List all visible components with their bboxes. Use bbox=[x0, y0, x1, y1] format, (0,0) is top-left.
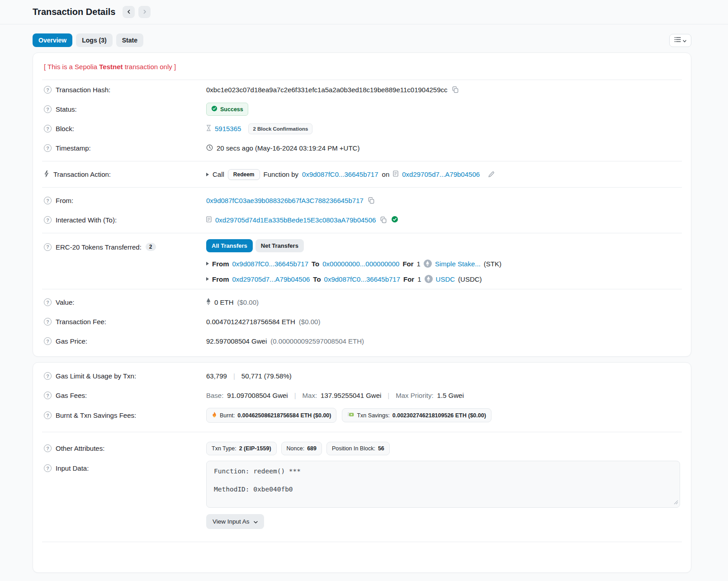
action-from-link[interactable]: 0x9d087fC0...36645b717 bbox=[302, 170, 378, 178]
to-address-link[interactable]: 0xd29705d74d1Ea335bBede15E3c0803aA79b045… bbox=[215, 216, 376, 224]
value-amount: 0 ETH bbox=[214, 298, 234, 306]
question-icon[interactable]: ? bbox=[44, 243, 52, 251]
transfer-for-word: For bbox=[403, 275, 414, 283]
divider bbox=[42, 187, 682, 188]
input-data-label-group: ? Input Data: bbox=[44, 461, 206, 472]
caret-right-icon[interactable] bbox=[206, 262, 209, 265]
row-gas-fees: ? Gas Fees: Base: 91.097008504 Gwei | Ma… bbox=[42, 386, 682, 405]
value-label-group: ? Value: bbox=[44, 298, 206, 306]
caret-right-icon[interactable] bbox=[206, 173, 209, 176]
token-symbol: (USDC) bbox=[458, 275, 482, 283]
details-card: ? Gas Limit & Usage by Txn: 63,799 | 50,… bbox=[33, 362, 691, 573]
burnt-savings-label: Burnt & Txn Savings Fees: bbox=[56, 411, 136, 419]
nav-forward-button[interactable] bbox=[138, 6, 151, 18]
question-icon[interactable]: ? bbox=[44, 125, 52, 132]
input-data-line2: MethodID: 0xbe040fb0 bbox=[214, 486, 672, 493]
clock-icon bbox=[206, 144, 213, 152]
chevron-down-icon bbox=[254, 518, 258, 525]
caret-right-icon[interactable] bbox=[206, 277, 209, 281]
from-address-link[interactable]: 0x9d087fC03ae39b088326b67fA3C788236645b7… bbox=[206, 197, 364, 204]
transfer-to-link[interactable]: 0x00000000...000000000 bbox=[322, 260, 399, 268]
position-label: Position In Block: bbox=[332, 445, 375, 452]
row-erc20-transfers: ? ERC-20 Tokens Transferred: 2 All Trans… bbox=[42, 236, 682, 286]
position-in-block-badge: Position In Block: 56 bbox=[326, 442, 390, 455]
token-link[interactable]: USDC bbox=[436, 275, 455, 283]
block-link[interactable]: 5915365 bbox=[215, 125, 241, 132]
transfer-to-link[interactable]: 0x9d087fC0...36645b717 bbox=[324, 275, 400, 283]
status-label-group: ? Status: bbox=[44, 105, 206, 113]
question-icon[interactable]: ? bbox=[44, 298, 52, 306]
gas-usage-value: 50,771 (79.58%) bbox=[241, 372, 292, 380]
notice-text: [ This is a Sepolia bbox=[44, 63, 99, 71]
question-icon[interactable]: ? bbox=[44, 144, 52, 152]
row-gas-price: ? Gas Price: 92.597008504 Gwei (0.000000… bbox=[42, 331, 682, 351]
burnt-savings-label-group: ? Burnt & Txn Savings Fees: bbox=[44, 411, 206, 419]
status-value: Success bbox=[220, 106, 243, 113]
gas-fees-label-group: ? Gas Fees: bbox=[44, 392, 206, 399]
verified-check-icon bbox=[391, 216, 398, 224]
separator: | bbox=[292, 392, 299, 399]
question-icon[interactable]: ? bbox=[44, 444, 52, 452]
overview-card: [ This is a Sepolia Testnet transaction … bbox=[33, 52, 691, 357]
erc20-label-group: ? ERC-20 Tokens Transferred: 2 bbox=[44, 239, 206, 251]
nonce-label: Nonce: bbox=[287, 445, 305, 452]
row-transaction-action: Transaction Action: Call Redeem Function… bbox=[42, 165, 682, 184]
success-check-icon bbox=[211, 105, 217, 113]
question-icon[interactable]: ? bbox=[44, 318, 52, 326]
question-icon[interactable]: ? bbox=[44, 337, 52, 345]
gas-price-value: 92.597008504 Gwei bbox=[206, 337, 267, 345]
chevron-down-icon bbox=[683, 37, 686, 44]
tabs-row: Overview Logs (3) State bbox=[0, 24, 728, 47]
status-badge: Success bbox=[206, 103, 248, 116]
transaction-action-label: Transaction Action: bbox=[53, 170, 111, 178]
edit-icon[interactable] bbox=[487, 170, 496, 179]
nav-back-button[interactable] bbox=[123, 6, 135, 18]
burnt-label: Burnt: bbox=[220, 412, 235, 419]
question-icon[interactable]: ? bbox=[44, 464, 52, 472]
view-options-button[interactable] bbox=[669, 34, 691, 47]
token-link[interactable]: Simple Stake... bbox=[435, 260, 481, 268]
token-symbol: (STK) bbox=[484, 260, 501, 268]
transaction-hash-label-group: ? Transaction Hash: bbox=[44, 86, 206, 94]
input-data-box[interactable]: Function: redeem() *** MethodID: 0xbe040… bbox=[206, 461, 680, 508]
all-transfers-button[interactable]: All Transfers bbox=[206, 239, 253, 252]
notice-text-2: transaction only ] bbox=[123, 63, 176, 71]
transfer-from-link[interactable]: 0x9d087fC0...36645b717 bbox=[232, 260, 308, 268]
resize-handle-icon[interactable] bbox=[674, 499, 678, 506]
action-contract-link[interactable]: 0xd29705d7...A79b04506 bbox=[402, 170, 480, 178]
question-icon[interactable]: ? bbox=[44, 392, 52, 399]
from-label: From: bbox=[56, 197, 73, 204]
timestamp-value: 20 secs ago (May-16-2024 03:19:24 PM +UT… bbox=[217, 144, 359, 152]
transfer-from-word: From bbox=[212, 275, 229, 283]
tab-logs[interactable]: Logs (3) bbox=[76, 33, 112, 47]
burnt-badge: Burnt: 0.004625086218756584 ETH ($0.00) bbox=[206, 408, 336, 423]
question-icon[interactable]: ? bbox=[44, 197, 52, 204]
row-interacted-with: ? Interacted With (To): 0xd29705d74d1Ea3… bbox=[42, 210, 682, 230]
question-icon[interactable]: ? bbox=[44, 105, 52, 113]
base-fee-value: 91.097008504 Gwei bbox=[227, 392, 288, 399]
copy-icon[interactable] bbox=[367, 196, 375, 205]
net-transfers-button[interactable]: Net Transfers bbox=[255, 239, 304, 252]
transfer-from-link[interactable]: 0xd29705d7...A79b04506 bbox=[232, 275, 310, 283]
transaction-fee-label: Transaction Fee: bbox=[56, 318, 106, 326]
row-timestamp: ? Timestamp: 20 secs ago (May-16-2024 03… bbox=[42, 138, 682, 158]
gas-price-label: Gas Price: bbox=[56, 337, 87, 345]
input-data-line1: Function: redeem() *** bbox=[214, 468, 672, 475]
txn-type-value: 2 (EIP-1559) bbox=[239, 445, 271, 452]
fee-usd: ($0.00) bbox=[299, 318, 321, 326]
tab-overview[interactable]: Overview bbox=[33, 33, 72, 47]
transfer-row: From 0xd29705d7...A79b04506 To 0x9d087fC… bbox=[206, 275, 680, 283]
question-icon[interactable]: ? bbox=[44, 216, 52, 224]
question-icon[interactable]: ? bbox=[44, 411, 52, 419]
transfer-amount: 1 bbox=[417, 260, 421, 268]
tab-state[interactable]: State bbox=[116, 33, 143, 47]
flame-icon bbox=[212, 411, 217, 419]
transfer-to-word: To bbox=[312, 260, 319, 268]
question-icon[interactable]: ? bbox=[44, 86, 52, 94]
copy-icon[interactable] bbox=[379, 216, 388, 224]
copy-icon[interactable] bbox=[451, 85, 459, 94]
view-input-as-button[interactable]: View Input As bbox=[206, 514, 264, 529]
value-usd: ($0.00) bbox=[237, 298, 259, 306]
question-icon[interactable]: ? bbox=[44, 372, 52, 380]
max-priority-value: 1.5 Gwei bbox=[437, 392, 464, 399]
